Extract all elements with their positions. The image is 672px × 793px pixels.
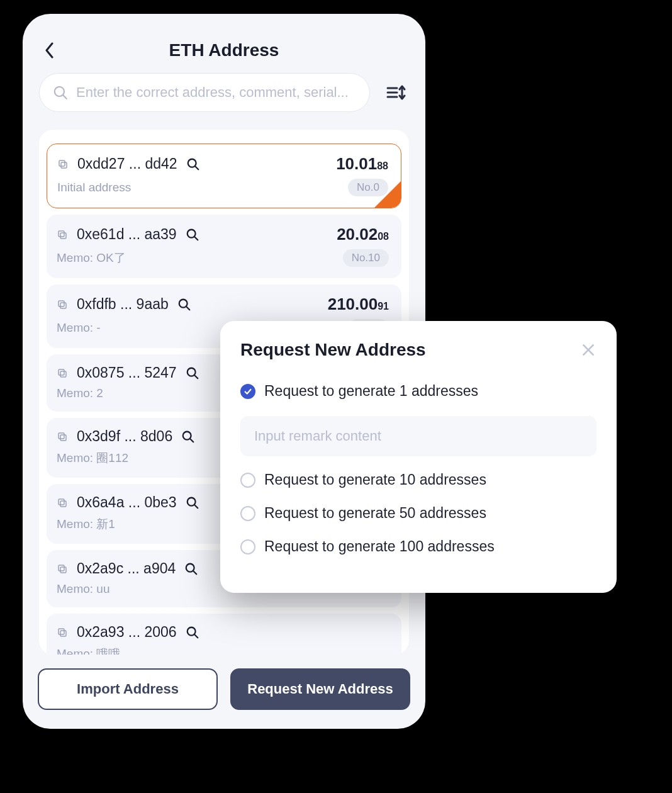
- address-text: 0x0875 ... 5247: [77, 364, 177, 381]
- memo-text: Memo: OK了: [57, 250, 126, 266]
- svg-rect-14: [60, 303, 66, 308]
- close-icon[interactable]: [580, 342, 596, 358]
- address-card[interactable]: 0xe61d ... aa3920.0208Memo: OK了No.10: [47, 215, 401, 278]
- radio-unchecked-icon[interactable]: [240, 473, 255, 488]
- copy-icon[interactable]: [57, 563, 68, 575]
- svg-line-25: [190, 439, 193, 442]
- address-card-row: 0xe61d ... aa3920.0208: [57, 225, 389, 244]
- option-label: Request to generate 10 addresses: [264, 471, 486, 488]
- modal-header: Request New Address: [240, 340, 596, 360]
- svg-rect-6: [61, 162, 67, 168]
- balance: 20.0208: [337, 225, 389, 244]
- svg-rect-26: [60, 501, 66, 507]
- search-icon: [52, 84, 69, 101]
- svg-rect-31: [59, 565, 64, 571]
- magnify-icon[interactable]: [184, 562, 198, 576]
- copy-icon[interactable]: [57, 627, 68, 638]
- address-card[interactable]: 0x2a93 ... 2006Memo: 哦哦: [47, 614, 401, 655]
- memo-text: Memo: 2: [57, 386, 103, 400]
- magnify-icon[interactable]: [186, 496, 199, 510]
- svg-rect-34: [60, 631, 66, 636]
- memo-text: Memo: 哦哦: [57, 646, 120, 655]
- import-address-button[interactable]: Import Address: [38, 668, 218, 710]
- radio-checked-icon[interactable]: [240, 384, 255, 399]
- svg-rect-35: [59, 629, 64, 634]
- memo-text: Memo: 新1: [57, 516, 115, 532]
- address-text: 0x6a4a ... 0be3: [77, 494, 177, 511]
- magnify-icon[interactable]: [186, 228, 199, 242]
- magnify-icon[interactable]: [181, 430, 195, 444]
- svg-rect-10: [60, 233, 66, 239]
- svg-line-9: [195, 166, 198, 169]
- svg-rect-27: [59, 499, 64, 505]
- svg-line-29: [194, 505, 198, 508]
- search-input[interactable]: [76, 84, 357, 101]
- index-badge: No.10: [343, 249, 389, 267]
- copy-icon[interactable]: [57, 159, 69, 170]
- address-card-row: 0xfdfb ... 9aab210.0091: [57, 295, 389, 314]
- modal-title: Request New Address: [240, 340, 426, 360]
- address-text: 0xe61d ... aa39: [77, 226, 177, 243]
- address-text: 0xdd27 ... dd42: [77, 155, 177, 172]
- magnify-icon[interactable]: [186, 366, 199, 380]
- option-label: Request to generate 100 addresses: [264, 538, 495, 555]
- svg-rect-7: [59, 160, 65, 166]
- header: ETH Address: [23, 14, 425, 73]
- copy-icon[interactable]: [57, 368, 68, 379]
- svg-line-1: [63, 95, 66, 98]
- svg-rect-19: [59, 369, 64, 375]
- page-title: ETH Address: [169, 40, 279, 60]
- radio-unchecked-icon[interactable]: [240, 506, 255, 521]
- option-label: Request to generate 50 addresses: [264, 505, 486, 522]
- address-card[interactable]: 0xdd27 ... dd4210.0188Initial addressNo.…: [47, 143, 401, 208]
- memo-text: Initial address: [57, 181, 131, 194]
- search-row: [23, 73, 425, 112]
- balance: 210.0091: [328, 295, 389, 314]
- request-new-address-button[interactable]: Request New Address: [230, 668, 410, 710]
- search-box[interactable]: [39, 73, 370, 112]
- back-button[interactable]: [40, 41, 59, 60]
- option-label: Request to generate 1 addresses: [264, 383, 478, 400]
- magnify-icon[interactable]: [186, 626, 199, 639]
- address-text: 0x2a9c ... a904: [77, 560, 176, 577]
- svg-rect-23: [59, 433, 64, 439]
- svg-line-17: [186, 307, 189, 310]
- svg-rect-11: [59, 231, 64, 237]
- svg-rect-30: [60, 567, 66, 573]
- svg-rect-22: [60, 435, 66, 441]
- chevron-left-icon: [45, 42, 55, 59]
- memo-text: Memo: -: [57, 321, 101, 335]
- address-text: 0xfdfb ... 9aab: [77, 296, 169, 313]
- memo-text: Memo: uu: [57, 582, 109, 596]
- sort-icon: [386, 82, 407, 103]
- balance: 10.0188: [336, 154, 388, 174]
- radio-unchecked-icon[interactable]: [240, 539, 255, 554]
- address-text: 0x2a93 ... 2006: [77, 624, 177, 641]
- generate-option[interactable]: Request to generate 10 addresses: [240, 471, 596, 488]
- footer-buttons: Import Address Request New Address: [23, 655, 425, 729]
- svg-rect-15: [59, 301, 64, 307]
- memo-text: Memo: 圈112: [57, 450, 128, 466]
- sort-button[interactable]: [384, 80, 409, 105]
- index-badge: No.0: [348, 179, 388, 196]
- address-text: 0x3d9f ... 8d06: [77, 428, 172, 445]
- svg-line-13: [194, 237, 198, 240]
- copy-icon[interactable]: [57, 497, 68, 509]
- copy-icon[interactable]: [57, 229, 68, 240]
- svg-rect-18: [60, 371, 66, 377]
- svg-line-21: [194, 375, 198, 378]
- magnify-icon[interactable]: [177, 298, 191, 312]
- copy-icon[interactable]: [57, 431, 68, 442]
- remark-input[interactable]: [240, 416, 596, 456]
- generate-option[interactable]: Request to generate 50 addresses: [240, 505, 596, 522]
- svg-line-37: [194, 634, 198, 638]
- generate-option[interactable]: Request to generate 100 addresses: [240, 538, 596, 555]
- generate-option[interactable]: Request to generate 1 addresses: [240, 383, 596, 400]
- address-card-row: 0xdd27 ... dd4210.0188: [57, 154, 388, 174]
- address-card-row: 0x2a93 ... 2006: [57, 624, 389, 641]
- request-new-address-modal: Request New Address Request to generate …: [220, 321, 617, 593]
- svg-line-33: [194, 571, 197, 574]
- magnify-icon[interactable]: [186, 157, 200, 171]
- copy-icon[interactable]: [57, 299, 68, 310]
